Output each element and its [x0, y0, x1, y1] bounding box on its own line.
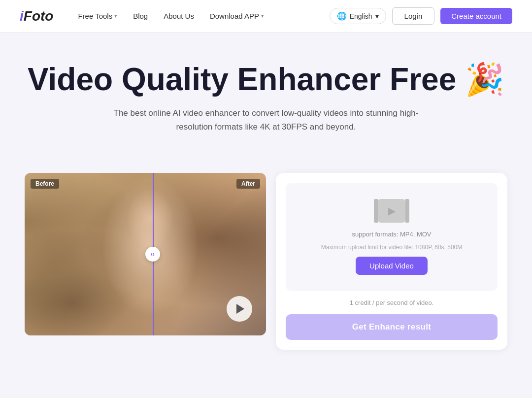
- credit-note: 1 credit / per second of video.: [286, 299, 498, 306]
- logo-i: i: [20, 8, 24, 24]
- upload-panel: support formats: MP4, MOV Maximum upload…: [276, 173, 507, 350]
- upload-zone: support formats: MP4, MOV Maximum upload…: [286, 183, 498, 291]
- nav-links: Free Tools ▾ Blog About Us Download APP …: [71, 9, 329, 23]
- nav-item-download-app[interactable]: Download APP ▾: [203, 9, 271, 23]
- globe-icon: 🌐: [337, 11, 347, 21]
- before-label: Before: [31, 179, 59, 189]
- language-chevron-icon: ▾: [375, 12, 379, 20]
- content-area: Before After ‹› support formats: MP4, MO…: [15, 173, 517, 369]
- navbar: iFoto Free Tools ▾ Blog About Us Downloa…: [0, 0, 532, 33]
- nav-item-free-tools[interactable]: Free Tools ▾: [71, 9, 124, 23]
- nav-label-about-us: About Us: [164, 12, 194, 20]
- hero-title: Video Quality Enhancer Free 🎉: [20, 62, 512, 97]
- chevron-down-icon: ▾: [114, 13, 117, 19]
- hero-section: Video Quality Enhancer Free 🎉 The best o…: [0, 33, 532, 173]
- film-strip-right: [405, 199, 409, 223]
- nav-label-blog: Blog: [133, 12, 148, 20]
- after-label: After: [236, 179, 260, 189]
- hero-emoji: 🎉: [465, 62, 504, 97]
- get-enhance-result-button[interactable]: Get Enhance result: [286, 314, 498, 340]
- login-button[interactable]: Login: [392, 7, 435, 25]
- upload-formats-label: support formats: MP4, MOV: [352, 231, 431, 238]
- language-label: English: [350, 12, 372, 20]
- film-icon: [378, 199, 405, 223]
- upload-video-button[interactable]: Upload Video: [356, 257, 428, 275]
- nav-label-free-tools: Free Tools: [78, 12, 112, 20]
- logo-foto: Foto: [24, 8, 54, 24]
- nav-item-about-us[interactable]: About Us: [157, 9, 201, 23]
- nav-right: 🌐 English ▾ Login Create account: [330, 7, 512, 25]
- create-account-button[interactable]: Create account: [440, 8, 512, 24]
- video-comparison[interactable]: Before After ‹›: [25, 173, 266, 335]
- language-selector[interactable]: 🌐 English ▾: [330, 8, 386, 24]
- upload-limit-label: Maximum upload limit for video file: 108…: [321, 244, 463, 251]
- comparison-handle[interactable]: ‹›: [145, 247, 160, 262]
- play-button[interactable]: [227, 296, 252, 322]
- nav-label-download-app: Download APP: [210, 12, 259, 20]
- film-strip-left: [374, 199, 378, 223]
- chevron-down-icon-2: ▾: [261, 13, 264, 19]
- hero-subtitle: The best online AI video enhancer to con…: [113, 106, 419, 133]
- nav-item-blog[interactable]: Blog: [126, 9, 155, 23]
- logo[interactable]: iFoto: [20, 8, 53, 24]
